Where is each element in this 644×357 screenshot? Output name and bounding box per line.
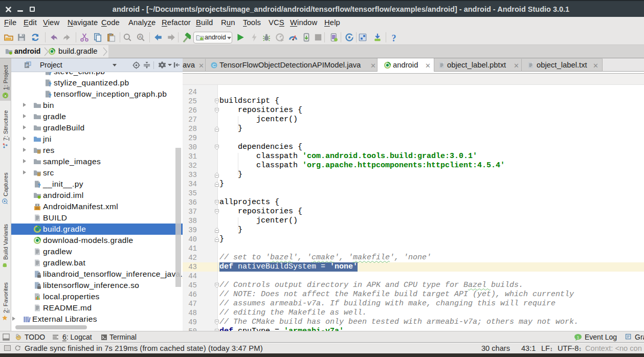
svg-text:1: 1 (577, 335, 580, 340)
svg-text:?: ? (49, 82, 52, 87)
svg-text:?: ? (391, 33, 396, 42)
svg-text:C: C (212, 63, 216, 68)
svg-text:A: A (139, 34, 142, 39)
svg-text:?: ? (38, 183, 41, 188)
svg-text:?: ? (49, 72, 52, 76)
svg-text:P: P (26, 63, 28, 68)
svg-text:?: ? (49, 93, 52, 98)
